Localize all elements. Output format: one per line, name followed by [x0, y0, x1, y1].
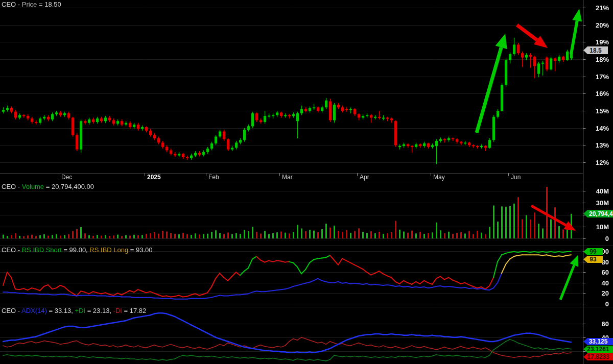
x-axis-month-label: Dec — [61, 174, 72, 181]
y-axis-tick-label: 20% — [596, 21, 609, 29]
y-axis-tick-label: 10M — [596, 223, 609, 230]
panel-title-part: Volume — [22, 183, 44, 190]
plus-di-axis-badge: 23.1261 — [583, 346, 613, 353]
y-axis-tick-label: 15% — [596, 107, 609, 115]
y-axis-tick-label: 0 — [605, 300, 609, 308]
panel-title-part: RS IBD Long — [89, 246, 128, 254]
adx-axis-badge: 33.125 — [583, 338, 613, 345]
y-axis-tick-label: 18% — [596, 56, 609, 63]
y-axis-tick-label: 14% — [596, 124, 609, 132]
panel-title-part: = 18.50 — [37, 1, 61, 8]
y-axis-tick-label: 17% — [596, 72, 609, 80]
panel-title-part: CEO - — [2, 183, 22, 190]
panel-title-part: = 17.82 — [122, 307, 146, 314]
x-axis-month-label: 2025 — [147, 174, 161, 181]
rs-long-axis-badge: 93 — [583, 256, 603, 263]
panel-title-part: -DI — [113, 307, 122, 314]
y-axis-tick-label: 13% — [596, 141, 609, 149]
y-axis-tick-label: 40 — [602, 279, 609, 286]
y-axis-tick-label: 60 — [602, 320, 609, 327]
x-axis-month-label: Mar — [282, 174, 293, 181]
y-axis-tick-label: 20 — [602, 289, 609, 297]
y-axis-tick-label: 16% — [596, 90, 609, 98]
y-axis-tick-label: 30M — [596, 199, 609, 207]
y-axis-tick-label: 40M — [596, 187, 609, 195]
adx-panel-title: CEO - ADX(14) = 33.13, +DI = 23.13, -DI … — [2, 307, 146, 314]
panel-title-part: RS IBD Short — [22, 246, 62, 254]
panel-title-part: CEO - — [2, 1, 22, 8]
x-axis-month-label: May — [433, 174, 445, 181]
rs-short-axis-badge: 99 — [583, 248, 603, 255]
minus-di-axis-badge: 17.8233 — [583, 353, 613, 360]
panel-title-part: +DI — [75, 307, 85, 314]
x-axis-month-label: Feb — [208, 174, 219, 181]
panel-title-part: = 20,794,400.00 — [44, 183, 94, 190]
price-axis-badge: 18.5 — [583, 46, 608, 54]
y-axis-tick-label: 21% — [596, 4, 609, 12]
volume-panel-title: CEO - Volume = 20,794,400.00 — [2, 183, 94, 190]
panel-title-part: CEO - — [2, 307, 21, 314]
price-panel-title: CEO - Price = 18.50 — [2, 1, 61, 8]
y-axis-tick-label: 60 — [602, 269, 609, 276]
y-axis-tick-label: 0 — [605, 235, 609, 242]
x-axis-month-label: Apr — [360, 174, 369, 181]
y-axis-tick-label: 19% — [596, 38, 609, 46]
stock-chart-app: CEO - Price = 18.50 CEO - Volume = 20,79… — [0, 0, 613, 364]
panel-title-part: = 33.13, — [47, 307, 75, 314]
panel-title-part: = 23.13, — [85, 307, 113, 314]
x-axis-month-label: Jun — [511, 174, 521, 181]
panel-title-part: Price — [22, 1, 37, 8]
y-axis-tick-label: 12% — [596, 159, 609, 166]
panel-title-part: ADX(14) — [21, 307, 47, 314]
panel-title-part: = 93.00 — [128, 246, 152, 254]
volume-axis-badge: 20,794,400 — [583, 210, 613, 217]
rs-panel-title: CEO - RS IBD Short = 99.00, RS IBD Long … — [2, 246, 153, 254]
panel-title-part: = 99.00, — [62, 246, 90, 254]
panel-title-part: CEO - — [2, 246, 22, 254]
